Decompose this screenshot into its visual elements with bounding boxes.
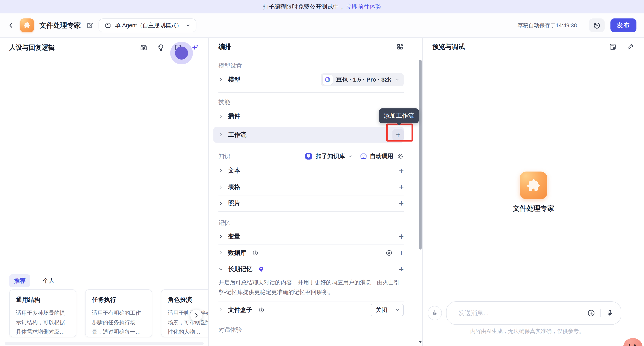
- row-knowledge-photo[interactable]: 照片 +: [218, 196, 404, 211]
- chevron-down-icon[interactable]: [218, 267, 223, 272]
- row-variable-label: 变量: [228, 232, 240, 241]
- bot-avatar-large: [520, 172, 547, 199]
- knowledge-base-name: 扣子知识库: [316, 152, 345, 160]
- add-database-button[interactable]: +: [399, 249, 404, 257]
- template-card-list: 通用结构 适用于多种场景的提示词结构，可以根据具体需求增删对应模块 任务执行 适…: [9, 290, 208, 338]
- knowledge-base-selector[interactable]: 扣子知识库: [304, 152, 352, 160]
- layout-grid-icon[interactable]: [396, 43, 404, 50]
- row-model[interactable]: 模型 豆包 · 1.5 · Pro · 32k: [218, 72, 404, 88]
- ltm-badge-icon: [258, 266, 264, 272]
- card-desc: 适用于多种场景的提示词结构，可以根据具体需求增删对应模块: [16, 308, 70, 336]
- row-database-label: 数据库: [228, 249, 246, 257]
- gear-icon[interactable]: [397, 153, 404, 160]
- cards-next-button[interactable]: [190, 310, 202, 321]
- app-header: 文件处理专家 单 Agent（自主规划模式） 草稿自动保存于14:49:38 发…: [0, 14, 644, 38]
- tab-personal[interactable]: 个人: [38, 274, 59, 287]
- back-button[interactable]: [8, 22, 15, 29]
- card-title: 通用结构: [16, 296, 70, 304]
- add-variable-button[interactable]: +: [399, 232, 404, 241]
- orchestration-title: 编排: [218, 42, 232, 51]
- auto-call-label: 自动调用: [370, 152, 393, 160]
- card-desc: 适用于有明确的工作步骤的任务执行场景，通过明确每一步骤的工作要求…: [92, 308, 146, 336]
- info-icon[interactable]: [252, 250, 258, 256]
- chevron-right-icon[interactable]: [218, 78, 223, 82]
- row-label: 照片: [228, 199, 240, 208]
- promo-banner: 扣子编程限时免费公开测试中， 立即前往体验: [0, 0, 644, 14]
- card-title: 任务执行: [92, 296, 146, 304]
- chevron-right-icon[interactable]: [218, 132, 223, 137]
- row-variable[interactable]: 变量 +: [218, 228, 404, 244]
- row-plugin-label: 插件: [228, 112, 240, 120]
- scroll-down-caret[interactable]: [418, 340, 422, 344]
- row-knowledge-table[interactable]: 表格 +: [218, 179, 404, 195]
- clear-chat-button[interactable]: [428, 306, 442, 320]
- info-icon[interactable]: [258, 307, 264, 313]
- inbox-export-icon[interactable]: [140, 44, 148, 52]
- horizontal-scrollbar[interactable]: [4, 342, 204, 345]
- model-name: 豆包 · 1.5 · Pro · 32k: [336, 76, 391, 84]
- section-label-model: 模型设置: [218, 62, 404, 70]
- auto-call-setting[interactable]: 自动调用: [360, 152, 404, 160]
- workflow-tooltip: 添加工作流: [379, 108, 419, 123]
- row-workflow[interactable]: 工作流 +: [214, 127, 404, 142]
- row-filebox[interactable]: 文件盒子 关闭: [218, 302, 404, 318]
- wrench-icon[interactable]: [626, 43, 634, 50]
- prompt-template-tabs: 推荐 个人: [9, 274, 59, 287]
- row-filebox-label: 文件盒子: [228, 306, 252, 314]
- mic-icon[interactable]: [606, 309, 614, 317]
- debug-panel-icon[interactable]: [609, 42, 618, 51]
- section-label-chat-experience: 对话体验: [218, 326, 404, 334]
- add-text-knowledge-button[interactable]: +: [399, 166, 404, 175]
- page-title: 文件处理专家: [40, 21, 81, 30]
- lightbulb-icon[interactable]: [157, 44, 165, 52]
- template-card-task[interactable]: 任务执行 适用于有明确的工作步骤的任务执行场景，通过明确每一步骤的工作要求…: [85, 290, 152, 337]
- model-selector[interactable]: 豆包 · 1.5 · Pro · 32k: [321, 73, 404, 86]
- doubao-logo: [323, 75, 333, 85]
- persona-panel: 人设与回复逻辑 推荐 个人 通用结构 适用于多种场景的提示词结构，可以根据具体需…: [0, 38, 209, 346]
- section-label-memory: 记忆: [218, 219, 404, 227]
- filebox-select[interactable]: 关闭: [371, 304, 404, 316]
- plus-circle-icon[interactable]: [587, 309, 595, 317]
- publish-button[interactable]: 发布: [610, 18, 636, 32]
- add-table-knowledge-button[interactable]: +: [399, 183, 404, 191]
- add-ltm-button[interactable]: +: [399, 265, 404, 274]
- chat-input[interactable]: [458, 310, 587, 317]
- row-long-term-memory[interactable]: 长期记忆 +: [218, 261, 404, 277]
- row-label: 表格: [228, 183, 240, 191]
- banner-link[interactable]: 立即前往体验: [346, 3, 381, 11]
- frame-select-icon[interactable]: [174, 44, 182, 52]
- bot-hero: 文件处理专家: [423, 172, 644, 213]
- row-database[interactable]: 数据库 +: [218, 245, 404, 261]
- circle-a-icon[interactable]: [386, 249, 393, 256]
- orchestration-panel: 编排 模型设置 模型 豆包 · 1.5 · Pro · 32k 技能: [209, 38, 422, 346]
- row-model-label: 模型: [228, 76, 240, 84]
- header-divider: [583, 21, 583, 30]
- card-desc: 适用于聊天陪伴娱乐场景，可帮助塑造个性化的人物…: [168, 308, 208, 336]
- edit-icon[interactable]: [86, 22, 93, 29]
- row-label: 文本: [228, 166, 240, 175]
- autosave-status: 草稿自动保存于14:49:38: [518, 22, 577, 29]
- row-ltm-label: 长期记忆: [228, 265, 252, 274]
- ai-disclaimer: 内容由AI生成，无法确保真实准确，仅供参考。: [423, 328, 632, 335]
- vertical-scrollbar[interactable]: [419, 60, 422, 250]
- preview-title: 预览与调试: [432, 42, 465, 51]
- agent-mode-selector[interactable]: 单 Agent（自主规划模式）: [98, 18, 196, 32]
- history-button[interactable]: [589, 18, 604, 32]
- bot-name: 文件处理专家: [513, 204, 554, 213]
- chevron-right-icon[interactable]: [218, 114, 223, 118]
- ai-sparkles-icon[interactable]: [191, 44, 199, 52]
- row-plugin[interactable]: 插件 +: [218, 108, 404, 124]
- banner-text: 扣子编程限时免费公开测试中，: [263, 3, 345, 11]
- input-divider: [600, 309, 601, 317]
- tab-recommended[interactable]: 推荐: [9, 274, 30, 287]
- add-workflow-button[interactable]: +: [392, 129, 404, 140]
- add-photo-knowledge-button[interactable]: +: [399, 199, 404, 208]
- filebox-value: 关闭: [376, 306, 388, 314]
- preview-panel: 预览与调试 文件处理专家: [423, 38, 644, 346]
- section-label-skills: 技能: [218, 98, 404, 106]
- ltm-description: 开启后可总结聊天对话的内容，并用于更好的响应用户的消息。由火山引擎-记忆库提供更…: [218, 277, 404, 302]
- template-card-general[interactable]: 通用结构 适用于多种场景的提示词结构，可以根据具体需求增删对应模块: [9, 290, 76, 337]
- row-knowledge-text[interactable]: 文本 +: [218, 163, 404, 179]
- mascot-peek: [623, 338, 642, 346]
- row-workflow-label: 工作流: [228, 131, 246, 139]
